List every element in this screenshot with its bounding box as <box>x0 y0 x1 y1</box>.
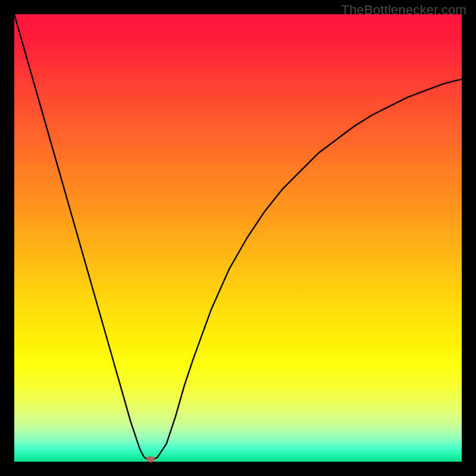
chart-frame: TheBottlenecker.com <box>0 0 476 476</box>
plot-area <box>14 14 462 462</box>
curve-svg <box>14 14 462 462</box>
bottleneck-curve <box>14 14 462 459</box>
optimum-marker <box>146 456 155 462</box>
watermark-text: TheBottlenecker.com <box>342 2 466 18</box>
